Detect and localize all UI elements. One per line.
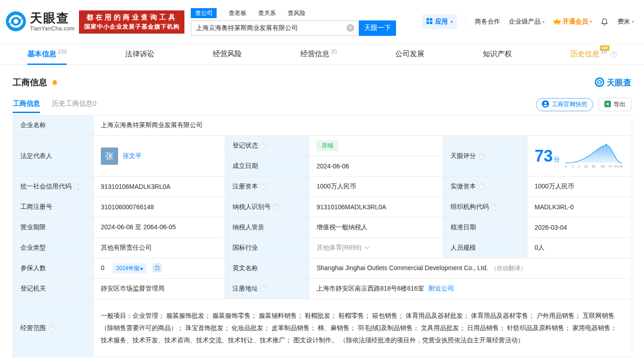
search-input[interactable]: [196, 25, 347, 32]
annual-report-badge[interactable]: 2024年报▸: [113, 263, 147, 274]
export-button[interactable]: 导出: [599, 98, 631, 111]
tianyancha-watermark-icon: [594, 77, 604, 89]
tab-intellectual-property[interactable]: 知识产权: [483, 44, 512, 64]
registry-value: 静安区市场监督管理局: [94, 279, 225, 299]
arrow-right-icon: ▸: [140, 265, 143, 271]
establish-date-label: 成立日期: [225, 156, 309, 177]
auto-translate-note: （自动翻译）: [490, 265, 526, 271]
svg-text:99: 99: [614, 164, 618, 168]
menu-enterprise[interactable]: 企业级产品 ▾: [509, 18, 545, 26]
apps-label: 应用: [435, 18, 448, 26]
help-icon[interactable]: ?: [610, 51, 617, 58]
score-label: 天眼评分?: [443, 136, 527, 177]
taxpayer-id-value: 91310106MADLK3RL0A: [309, 197, 443, 217]
insured-count-label: 参保人数: [13, 258, 94, 279]
establish-date-value: 2024-06-06: [309, 156, 443, 177]
svg-text:15: 15: [584, 164, 588, 168]
tab-company-development[interactable]: 公司发展: [395, 44, 424, 64]
help-icon[interactable]: ?: [261, 183, 267, 190]
chevron-down-icon: ▾: [590, 20, 592, 24]
tianyancha-logo[interactable]: 天眼查 TianYanCha.com: [5, 11, 74, 33]
business-info-table: 企业名称 上海京海奥特莱斯商业发展有限公司 法定代表人 张 张文平 登记状态? …: [13, 115, 632, 357]
nearby-companies-link[interactable]: 附近公司: [429, 285, 454, 292]
industry-value[interactable]: 其他体育(R899): [309, 238, 443, 258]
reg-status-value: 存续: [309, 136, 443, 156]
registry-label: 登记机关: [13, 279, 94, 299]
svg-text:0: 0: [565, 164, 567, 168]
section-header: 工商信息 天眼查: [0, 65, 644, 89]
tab-operation-risk[interactable]: 经营风险: [213, 44, 242, 64]
approval-date-value: 2026-03-04: [527, 217, 632, 238]
promo-line1: 都在用的商业查询工具: [84, 13, 179, 22]
notification-bell-icon[interactable]: [600, 18, 609, 26]
apps-grid-icon: [426, 18, 432, 25]
chevron-down-icon[interactable]: [365, 245, 369, 249]
menu-vip[interactable]: 开通会员 ▾: [553, 18, 592, 26]
search-button[interactable]: 天眼一下: [359, 20, 396, 36]
help-icon[interactable]: ?: [479, 153, 485, 159]
address-value: 上海市静安区南京西路818号8楼816室附近公司: [309, 279, 632, 299]
business-scope-value: 一般项目：企业管理； 服装服饰批发； 服装服饰零售； 服装辅料销售； 鞋帽批发；…: [94, 299, 632, 357]
excel-icon: [604, 101, 611, 108]
subtab-history-business-info[interactable]: 历史工商信息0: [52, 99, 96, 113]
reg-capital-label: 注册资本?: [225, 177, 309, 197]
search-tab-relation[interactable]: 查关系: [258, 9, 276, 17]
search-area: 查公司 查老板 查关系 查风险 × 天眼一下: [191, 8, 396, 36]
svg-text:97: 97: [609, 164, 612, 168]
subscribe-bell-icon[interactable]: [51, 79, 59, 87]
help-icon[interactable]: ?: [261, 143, 267, 149]
english-name-label: 英文名称: [225, 258, 309, 279]
staff-size-label: 人员规模: [443, 238, 527, 258]
help-icon[interactable]: ?: [74, 183, 80, 190]
help-icon[interactable]: ?: [273, 204, 280, 210]
tab-operation-info[interactable]: 经营信息20: [300, 44, 337, 64]
logo-domain: TianYanCha.com: [30, 25, 74, 32]
clear-search-icon[interactable]: ×: [347, 24, 354, 32]
org-code-value: MADLK3RL-0: [527, 197, 632, 217]
reg-number-value: 310106000766148: [94, 197, 225, 217]
status-badge: 存续: [317, 140, 338, 151]
user-menu[interactable]: 费米 ▾: [617, 18, 634, 26]
search-tab-risk[interactable]: 查风险: [287, 9, 305, 17]
legal-rep-link[interactable]: 张文平: [123, 152, 142, 160]
business-term-value: 2024-06-06 至 2064-06-05: [94, 217, 225, 238]
business-scope-label: 经营范围?: [13, 299, 94, 357]
reg-number-label: 工商注册号: [13, 197, 94, 217]
menu-cooperation[interactable]: 商务合作: [475, 18, 500, 26]
tab-legal-litigation[interactable]: 法律诉讼: [125, 44, 154, 64]
search-box[interactable]: ×: [191, 20, 359, 36]
search-tabs: 查公司 查老板 查关系 查风险: [191, 8, 396, 18]
tab-basic-info[interactable]: 基本信息103: [27, 44, 67, 64]
top-menu: 应用 ▾ 商务合作 企业级产品 ▾ 开通会员 ▾ 费米 ▾: [422, 15, 634, 29]
help-icon[interactable]: ?: [49, 325, 55, 331]
legal-rep-value: 张 张文平: [94, 136, 225, 177]
svg-text:1: 1: [572, 164, 574, 168]
industry-label: 国标行业: [225, 238, 309, 258]
tab-history-info[interactable]: VIP 历史信息10 ?: [570, 44, 617, 64]
help-icon[interactable]: ?: [479, 183, 485, 190]
subtab-business-info[interactable]: 工商信息: [13, 99, 40, 113]
svg-text:85: 85: [601, 164, 604, 168]
help-icon[interactable]: ?: [491, 204, 498, 210]
svg-text:100: 100: [618, 164, 623, 168]
search-tab-boss[interactable]: 查老板: [228, 9, 246, 17]
english-name-value: Shanghai Jinghai Outlets Commercial Deve…: [309, 258, 632, 279]
credit-code-value: 91310106MADLK3RL0A: [94, 177, 225, 197]
person-icon: [542, 100, 549, 109]
reg-status-label: 登记状态?: [225, 136, 309, 156]
svg-text:50: 50: [592, 164, 595, 168]
paid-capital-value: 1000万人民币: [527, 177, 632, 197]
help-icon[interactable]: ?: [261, 286, 267, 292]
logo-title: 天眼查: [30, 12, 74, 25]
insured-count-value: 0 2024年报▸: [94, 258, 225, 279]
approval-date-label: 核准日期: [443, 217, 527, 238]
official-snapshot-button[interactable]: 工商官网快照: [536, 98, 593, 111]
legal-rep-avatar[interactable]: 张: [101, 148, 118, 165]
reg-capital-value: 1000万人民币: [309, 177, 443, 197]
apps-menu-button[interactable]: 应用 ▾: [422, 15, 457, 29]
subtabs-row: 工商信息 历史工商信息0 工商官网快照 导出: [0, 89, 644, 115]
score-distribution-chart: 0 1 3 15 50 85 97 99 100: [565, 142, 623, 170]
search-tab-company[interactable]: 查公司: [191, 8, 217, 18]
promo-line2: 国家中小企业发展子基金旗下机构: [84, 23, 179, 31]
social-security-icon[interactable]: [153, 266, 161, 273]
